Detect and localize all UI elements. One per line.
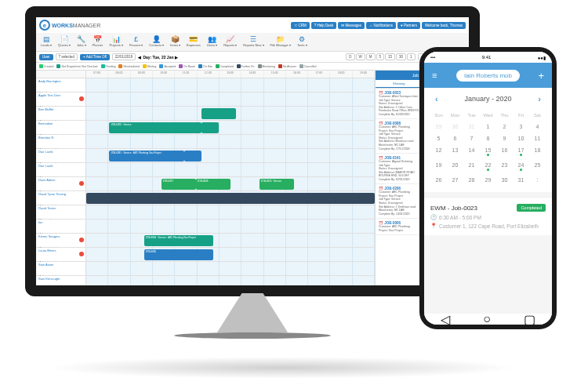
date-picker[interactable]: 22/01/2019 [112, 53, 136, 60]
planner-row[interactable]: Apple Test User(Administrator) [36, 93, 375, 107]
calendar-day[interactable]: 24 [513, 159, 529, 174]
calendar-day[interactable]: 14 [463, 144, 480, 159]
next-month-button[interactable]: › [538, 94, 541, 103]
planner-row[interactable]: Sam Aston(Administrator) [36, 262, 375, 276]
toolbar-item[interactable]: 💳Expenses [187, 34, 201, 49]
job-block[interactable]: JOB-0331 · Service · ABC Plumbing Gas Pr… [109, 151, 184, 162]
zoom-button[interactable]: D [346, 53, 354, 60]
calendar-day[interactable]: 26 [430, 174, 447, 186]
toolbar-item[interactable]: 🔧Jobs ▾ [77, 34, 86, 49]
toolbar-item[interactable]: 📄Quotes ▾ [58, 34, 71, 49]
job-block[interactable]: JOB-0326 [196, 179, 230, 190]
job-block[interactable]: JOB-0329 · Service [109, 122, 201, 133]
row-user-label[interactable]: Laura Meers(Administrator) [36, 248, 86, 261]
zoom-button[interactable]: 5 [376, 53, 385, 60]
job-block[interactable]: JOB-0325 · Service [260, 179, 294, 190]
row-user-label[interactable]: David Tester(Manager) [36, 205, 86, 219]
row-user-label[interactable]: Dan Lamb(Administrator) [36, 163, 86, 176]
toolbar-item[interactable]: 👥Users ▾ [207, 34, 218, 49]
row-user-label[interactable]: Dan Lamb(Administrator) [36, 149, 86, 162]
planner-row[interactable]: Dave Admin(Administrator)JOB-0327JOB-032… [36, 177, 375, 191]
add-time-off-button[interactable]: + Add Time Off [80, 54, 110, 60]
next-day-button[interactable]: ▶ [175, 55, 178, 60]
calendar-day[interactable]: 1 [480, 121, 496, 132]
calendar-day[interactable]: 20 [447, 159, 463, 174]
job-block[interactable] [201, 122, 219, 133]
planner-row[interactable]: Dan Lamb(Administrator) [36, 163, 375, 177]
prev-day-button[interactable]: ◀ [138, 55, 141, 60]
calendar-day[interactable]: 16 [496, 144, 513, 159]
menu-icon[interactable]: ≡ [432, 71, 437, 80]
calendar-day[interactable]: 22 [480, 159, 496, 174]
job-block[interactable]: JOB-0334 · Service · ABC Plumbing Gas Pr… [144, 235, 213, 246]
calendar-day[interactable]: 10 [513, 132, 529, 144]
calendar-day[interactable]: 11 [529, 132, 546, 144]
toolbar-item[interactable]: 📅Planner [93, 34, 103, 49]
row-user-label[interactable]: Ben Moffitt(Administrator) [36, 107, 86, 120]
planner-row[interactable]: Bernadine(Administrator)JOB-0329 · Servi… [36, 121, 375, 135]
top-nav-button[interactable]: ♥ Partners [397, 22, 420, 29]
calendar-day[interactable]: 17 [513, 144, 529, 159]
calendar-day[interactable]: 31 [463, 121, 480, 132]
calendar-day[interactable]: 3 [513, 121, 529, 132]
calendar-day[interactable]: 12 [430, 144, 447, 159]
toolbar-item[interactable]: ☰Reports New ▾ [243, 34, 263, 49]
toolbar-item[interactable]: 📈Reports ▾ [223, 34, 237, 49]
prev-month-button[interactable]: ‹ [435, 94, 438, 103]
calendar-day[interactable]: 8 [480, 132, 496, 144]
row-user-label[interactable]: Apple Test User(Administrator) [36, 93, 86, 106]
add-icon[interactable]: + [538, 70, 544, 82]
planner-row[interactable]: David Tyron Testing(Administrator) [36, 191, 375, 205]
nav-home-icon[interactable]: ○ [483, 312, 491, 325]
job-block[interactable]: JOB-0335 [144, 249, 213, 260]
calendar-day[interactable]: 1 [529, 174, 546, 186]
calendar-day[interactable]: 23 [496, 159, 513, 174]
zoom-button[interactable]: W [356, 53, 365, 60]
nav-back-icon[interactable]: ◁ [441, 312, 450, 325]
planner-row[interactable]: David Tester(Manager) [36, 205, 375, 220]
toolbar-item[interactable]: 📊Projects ▾ [109, 34, 123, 49]
user-pill[interactable]: Iain Roberts mob [456, 70, 520, 82]
planner-row[interactable]: Andy Barrington(Sales) [36, 78, 375, 93]
calendar-day[interactable]: 15 [480, 144, 496, 159]
calendar-day[interactable]: 25 [529, 159, 546, 174]
row-user-label[interactable]: Andy Barrington(Sales) [36, 78, 86, 92]
zoom-button[interactable]: 1 [407, 53, 416, 60]
row-user-label[interactable]: Bernadine(Administrator) [36, 121, 86, 134]
calendar-day[interactable]: 18 [529, 144, 546, 159]
calendar-day[interactable]: 2 [496, 121, 513, 132]
tab-showing[interactable]: Showing [376, 80, 423, 88]
event-card[interactable]: EWM - Job-0023 Completed 🕐6:30 AM - 5:00… [424, 197, 552, 235]
toolbar-item[interactable]: 📁File Manager ▾ [270, 34, 291, 49]
calendar-day[interactable]: 30 [447, 121, 463, 132]
row-user-label[interactable]: Brendan G(Administrator) [36, 135, 86, 148]
calendar-day[interactable]: 28 [463, 174, 480, 186]
calendar-day[interactable]: 7 [463, 132, 480, 144]
top-nav-button[interactable]: ? Help Desk [311, 22, 337, 29]
top-nav-button[interactable]: Welcome back, Thomas [422, 22, 466, 29]
top-nav-button[interactable]: ✉ Messages [338, 22, 365, 29]
zoom-button[interactable]: 15 [385, 53, 395, 60]
calendar-day[interactable]: 29 [480, 174, 496, 186]
toolbar-item[interactable]: £Finance ▾ [129, 34, 143, 49]
user-selected-button[interactable]: 7 selected [56, 53, 78, 60]
row-user-label[interactable]: Kieran Seagers(Administrator) [36, 234, 86, 247]
calendar-day[interactable]: 29 [430, 121, 447, 132]
calendar-day[interactable]: 21 [463, 159, 480, 174]
calendar-grid[interactable]: SunMonTueWedThuFriSat2930311234567891011… [424, 110, 552, 192]
toolbar-item[interactable]: ▤Leads ▾ [41, 34, 52, 49]
toolbar-item[interactable]: 👤Contacts ▾ [149, 34, 164, 49]
job-block[interactable] [86, 193, 375, 204]
planner-row[interactable]: Ian(Administrator) [36, 220, 375, 234]
planner-row[interactable]: Brendan G(Administrator) [36, 135, 375, 149]
calendar-day[interactable]: 5 [430, 132, 447, 144]
zoom-button[interactable]: 30 [396, 53, 406, 60]
job-block[interactable] [184, 151, 201, 162]
job-block[interactable]: JOB-0327 [162, 179, 196, 190]
calendar-day[interactable]: 19 [430, 159, 447, 174]
planner-grid[interactable]: 07:0008:0009:0010:0011:0012:0013:0014:00… [36, 71, 375, 285]
row-user-label[interactable]: David Tyron Testing(Administrator) [36, 191, 86, 205]
planner-row[interactable]: Laura Meers(Administrator)JOB-0335 [36, 248, 375, 262]
toolbar-item[interactable]: ⚙Tools ▾ [297, 34, 307, 49]
calendar-day[interactable]: 13 [447, 144, 463, 159]
